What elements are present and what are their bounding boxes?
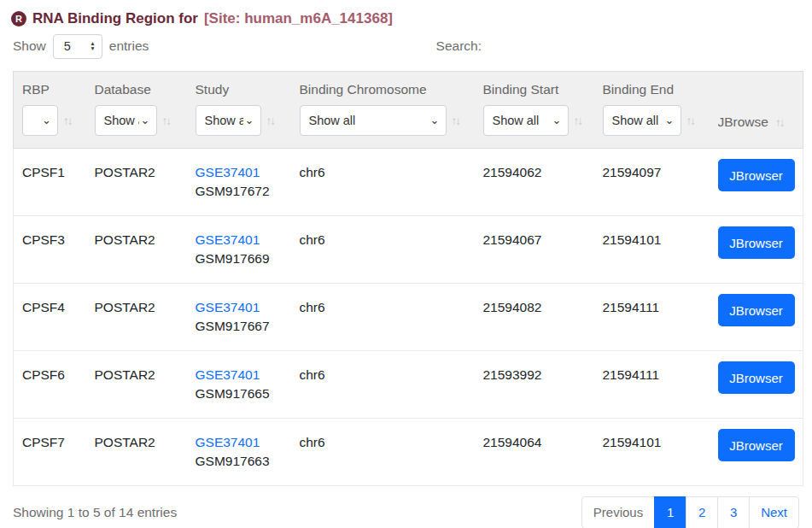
database-cell: POSTAR2	[86, 351, 187, 419]
jbrowser-button[interactable]: JBrowser	[718, 361, 795, 394]
column-header-binding-start[interactable]: Binding Start Show all ⌄ ↑↓	[475, 72, 594, 149]
title-text: RNA Binding Region for	[32, 10, 198, 27]
binding-end-cell: 21594097	[594, 149, 710, 216]
rbp-cell: CPSF1	[14, 149, 86, 216]
entries-select-wrap: 5 ▲ ▼	[53, 34, 102, 59]
end-filter-select[interactable]: Show all	[603, 105, 681, 136]
binding-end-cell: 21594101	[594, 419, 710, 486]
page: R RNA Binding Region for [Site: human_m6…	[0, 0, 812, 528]
study-cell: GSE37401 GSM917672	[187, 149, 291, 216]
registered-r-icon: R	[11, 11, 26, 26]
study-cell: GSE37401 GSM917669	[187, 216, 291, 284]
table-controls: Show 5 ▲ ▼ entries Search:	[9, 33, 803, 59]
database-cell: POSTAR2	[86, 419, 187, 486]
page-title: R RNA Binding Region for [Site: human_m6…	[9, 9, 803, 29]
study-filter-select[interactable]: Show all	[196, 105, 261, 136]
sort-icons: ↑↓	[775, 116, 784, 129]
database-cell: POSTAR2	[86, 216, 187, 284]
sort-icons: ↑↓	[452, 114, 460, 127]
sort-icons: ↑↓	[63, 114, 72, 127]
column-header-rbp[interactable]: RBP ⌄ ↑↓	[14, 72, 86, 149]
title-site-label: [Site: human_m6A_141368]	[204, 10, 393, 27]
header-row: RBP ⌄ ↑↓ Database Show all ⌄	[14, 72, 803, 149]
table-row: CPSF7 POSTAR2 GSE37401 GSM917663 chr6 21…	[14, 419, 803, 486]
rbp-cell: CPSF4	[14, 284, 86, 351]
binding-end-cell: 21594111	[594, 351, 710, 419]
rbp-cell: CPSF7	[14, 419, 86, 486]
sort-icons: ↑↓	[574, 114, 582, 127]
study-cell: GSE37401 GSM917665	[187, 351, 291, 419]
chromosome-cell: chr6	[291, 149, 475, 216]
column-header-database[interactable]: Database Show all ⌄ ↑↓	[86, 72, 187, 149]
binding-region-table: RBP ⌄ ↑↓ Database Show all ⌄	[13, 71, 803, 486]
binding-start-cell: 21594064	[475, 419, 594, 486]
jbrowse-cell: JBrowser	[710, 351, 803, 419]
jbrowser-button[interactable]: JBrowser	[718, 159, 795, 191]
show-label: Show	[13, 38, 46, 54]
search-input[interactable]	[487, 34, 640, 58]
table-row: CPSF4 POSTAR2 GSE37401 GSM917667 chr6 21…	[14, 284, 803, 351]
column-header-study[interactable]: Study Show all ⌄ ↑↓	[187, 72, 291, 149]
sort-icons: ↑↓	[162, 114, 171, 127]
sort-icons: ↑↓	[686, 114, 695, 127]
chromosome-filter-wrap: Show all ⌄	[300, 105, 447, 136]
jbrowse-cell: JBrowser	[710, 216, 803, 284]
rbp-filter-wrap: ⌄	[22, 105, 58, 136]
binding-start-cell: 21594082	[475, 284, 594, 351]
binding-end-cell: 21594101	[594, 216, 710, 284]
jbrowser-button[interactable]: JBrowser	[718, 226, 795, 259]
chromosome-cell: chr6	[291, 419, 475, 486]
study-accession-link[interactable]: GSE37401	[196, 163, 260, 182]
end-filter-wrap: Show all ⌄	[603, 105, 681, 136]
jbrowse-cell: JBrowser	[710, 284, 803, 351]
study-accession-link[interactable]: GSE37401	[196, 366, 260, 384]
database-filter-wrap: Show all ⌄	[95, 105, 157, 136]
table-row: CPSF3 POSTAR2 GSE37401 GSM917669 chr6 21…	[14, 216, 803, 284]
chromosome-cell: chr6	[291, 284, 475, 351]
pagination-page-2[interactable]: 2	[686, 496, 718, 528]
study-accession-link[interactable]: GSE37401	[196, 298, 260, 317]
database-cell: POSTAR2	[86, 284, 187, 351]
study-sample: GSM917669	[196, 249, 283, 268]
pagination: Previous 1 2 3 Next	[581, 496, 799, 528]
jbrowse-cell: JBrowser	[710, 149, 803, 216]
jbrowse-cell: JBrowser	[710, 419, 803, 486]
table-footer: Showing 1 to 5 of 14 entries Previous 1 …	[9, 496, 803, 528]
jbrowser-button[interactable]: JBrowser	[718, 294, 795, 326]
start-filter-wrap: Show all ⌄	[483, 105, 569, 136]
study-filter-wrap: Show all ⌄	[196, 105, 261, 136]
jbrowser-button[interactable]: JBrowser	[718, 429, 795, 461]
chromosome-cell: chr6	[291, 351, 475, 419]
chromosome-filter-select[interactable]: Show all	[300, 105, 447, 136]
binding-start-cell: 21594067	[475, 216, 594, 284]
study-cell: GSE37401 GSM917667	[187, 284, 291, 351]
entries-label: entries	[109, 38, 149, 54]
binding-start-cell: 21594062	[475, 149, 594, 216]
column-header-binding-chromosome[interactable]: Binding Chromosome Show all ⌄ ↑↓	[291, 72, 475, 149]
column-header-binding-end[interactable]: Binding End Show all ⌄ ↑↓	[594, 72, 710, 149]
study-sample: GSM917663	[196, 452, 283, 471]
table-row: CPSF1 POSTAR2 GSE37401 GSM917672 chr6 21…	[14, 149, 803, 216]
start-filter-select[interactable]: Show all	[483, 105, 569, 136]
study-sample: GSM917672	[196, 182, 283, 201]
entries-select[interactable]: 5	[53, 34, 102, 59]
chromosome-cell: chr6	[291, 216, 475, 284]
search-label: Search:	[436, 38, 482, 54]
study-accession-link[interactable]: GSE37401	[196, 231, 260, 249]
pagination-page-3[interactable]: 3	[717, 496, 750, 528]
study-sample: GSM917665	[196, 384, 283, 403]
sort-icons: ↑↓	[266, 114, 275, 127]
study-accession-link[interactable]: GSE37401	[196, 433, 260, 452]
table-row: CPSF6 POSTAR2 GSE37401 GSM917665 chr6 21…	[14, 351, 803, 419]
rbp-filter-select[interactable]	[22, 105, 58, 136]
search-control: Search:	[436, 34, 640, 58]
pagination-next[interactable]: Next	[749, 496, 799, 528]
database-cell: POSTAR2	[86, 149, 187, 216]
pagination-page-1[interactable]: 1	[654, 496, 686, 528]
rbp-cell: CPSF3	[14, 216, 86, 284]
column-header-jbrowse[interactable]: JBrowse ↑↓	[710, 72, 803, 149]
binding-start-cell: 21593992	[475, 351, 594, 419]
database-filter-select[interactable]: Show all	[95, 105, 157, 136]
rbp-cell: CPSF6	[14, 351, 86, 419]
pagination-previous[interactable]: Previous	[581, 496, 655, 528]
